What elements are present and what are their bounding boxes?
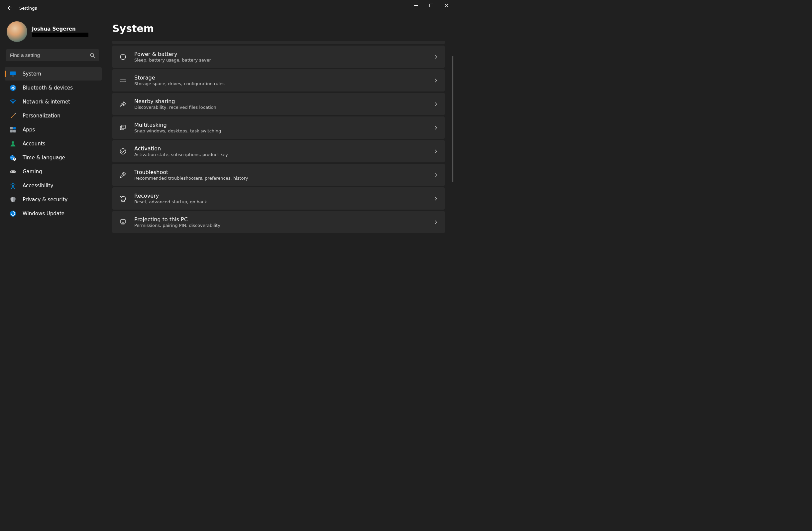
card-title: Storage bbox=[134, 74, 427, 81]
close-button[interactable] bbox=[439, 0, 454, 11]
card-subtitle: Recommended troubleshooters, preferences… bbox=[134, 176, 427, 181]
maximize-icon bbox=[430, 4, 433, 7]
svg-point-11 bbox=[12, 141, 14, 144]
svg-rect-0 bbox=[430, 4, 433, 7]
nav-label: Windows Update bbox=[23, 211, 64, 216]
nav-item-bluetooth-devices[interactable]: Bluetooth & devices bbox=[5, 81, 102, 95]
card-title: Projecting to this PC bbox=[134, 216, 427, 223]
nav-label: Apps bbox=[23, 127, 35, 133]
svg-rect-4 bbox=[12, 76, 14, 76]
card-subtitle: Storage space, drives, configuration rul… bbox=[134, 81, 427, 86]
scrollbar-thumb[interactable] bbox=[452, 56, 453, 182]
project-icon bbox=[118, 218, 128, 227]
page-title: System bbox=[112, 23, 447, 34]
chevron-right-icon bbox=[433, 102, 438, 107]
nav-item-privacy-security[interactable]: Privacy & security bbox=[5, 193, 102, 206]
accessibility-icon bbox=[9, 182, 17, 189]
card-subtitle: Discoverability, received files location bbox=[134, 105, 427, 110]
wrench-icon bbox=[118, 170, 128, 180]
monitor-icon bbox=[9, 70, 17, 78]
minimize-icon bbox=[414, 4, 418, 7]
check-circle-icon bbox=[118, 147, 128, 156]
nav-item-network-internet[interactable]: Network & internet bbox=[5, 95, 102, 109]
settings-card-power-battery[interactable]: Power & battery Sleep, battery usage, ba… bbox=[112, 45, 445, 68]
nav-label: Accounts bbox=[23, 141, 45, 147]
nav-list: System Bluetooth & devices Network & int… bbox=[5, 67, 102, 220]
back-arrow-icon bbox=[6, 5, 12, 11]
gamepad-icon bbox=[9, 168, 17, 175]
svg-rect-22 bbox=[120, 126, 124, 130]
chevron-right-icon bbox=[433, 196, 438, 201]
svg-rect-7 bbox=[10, 127, 13, 129]
globe-clock-icon bbox=[9, 154, 17, 162]
share-icon bbox=[118, 99, 128, 109]
svg-point-16 bbox=[14, 172, 15, 172]
multitask-icon bbox=[118, 123, 128, 132]
card-subtitle: Snap windows, desktops, task switching bbox=[134, 128, 427, 134]
sidebar: Joshua Segeren System Bluetooth & device… bbox=[0, 16, 103, 297]
titlebar: Settings bbox=[0, 0, 454, 16]
svg-point-15 bbox=[14, 171, 15, 172]
minimize-button[interactable] bbox=[408, 0, 423, 11]
chevron-right-icon bbox=[433, 55, 438, 59]
recovery-icon bbox=[118, 194, 128, 203]
main-content: System Power & battery Sleep, battery us… bbox=[103, 16, 454, 297]
profile-email-redacted bbox=[32, 32, 88, 37]
nav-item-system[interactable]: System bbox=[5, 67, 102, 81]
app-title: Settings bbox=[19, 6, 37, 11]
nav-label: Gaming bbox=[23, 169, 42, 175]
nav-label: System bbox=[23, 71, 41, 77]
power-icon bbox=[118, 52, 128, 61]
settings-card-recovery[interactable]: Recovery Reset, advanced startup, go bac… bbox=[112, 187, 445, 210]
card-subtitle: Reset, advanced startup, go back bbox=[134, 199, 427, 204]
svg-point-6 bbox=[13, 103, 14, 104]
nav-item-apps[interactable]: Apps bbox=[5, 123, 102, 136]
settings-card-activation[interactable]: Activation Activation state, subscriptio… bbox=[112, 140, 445, 162]
card-title: Troubleshoot bbox=[134, 169, 427, 175]
nav-item-accounts[interactable]: Accounts bbox=[5, 137, 102, 150]
avatar bbox=[6, 21, 27, 42]
card-partial-previous[interactable] bbox=[112, 41, 445, 44]
update-icon bbox=[9, 210, 17, 217]
wifi-icon bbox=[9, 98, 17, 106]
nav-label: Personalization bbox=[23, 113, 60, 119]
search-container bbox=[6, 49, 99, 61]
chevron-right-icon bbox=[433, 149, 438, 154]
nav-item-personalization[interactable]: Personalization bbox=[5, 109, 102, 123]
svg-point-24 bbox=[120, 149, 126, 154]
back-button[interactable] bbox=[3, 1, 16, 15]
settings-card-multitasking[interactable]: Multitasking Snap windows, desktops, tas… bbox=[112, 116, 445, 139]
profile-block[interactable]: Joshua Segeren bbox=[5, 19, 102, 48]
card-title: Multitasking bbox=[134, 122, 427, 128]
drive-icon bbox=[118, 76, 128, 85]
card-subtitle: Sleep, battery usage, battery saver bbox=[134, 58, 427, 62]
settings-card-nearby-sharing[interactable]: Nearby sharing Discoverability, received… bbox=[112, 93, 445, 115]
nav-label: Privacy & security bbox=[23, 197, 68, 202]
svg-rect-8 bbox=[13, 127, 16, 129]
nav-label: Network & internet bbox=[23, 99, 70, 105]
svg-rect-10 bbox=[13, 130, 16, 132]
apps-icon bbox=[9, 126, 17, 134]
shield-icon bbox=[9, 196, 17, 203]
card-subtitle: Permissions, pairing PIN, discoverabilit… bbox=[134, 223, 427, 228]
nav-item-windows-update[interactable]: Windows Update bbox=[5, 207, 102, 220]
search-input[interactable] bbox=[6, 49, 99, 61]
card-subtitle: Activation state, subscriptions, product… bbox=[134, 152, 427, 157]
maximize-button[interactable] bbox=[423, 0, 439, 11]
chevron-right-icon bbox=[433, 125, 438, 130]
settings-card-troubleshoot[interactable]: Troubleshoot Recommended troubleshooters… bbox=[112, 164, 445, 186]
svg-rect-2 bbox=[10, 71, 16, 75]
nav-item-gaming[interactable]: Gaming bbox=[5, 165, 102, 178]
nav-label: Bluetooth & devices bbox=[23, 85, 73, 91]
profile-name: Joshua Segeren bbox=[32, 26, 88, 32]
settings-card-projecting-to-this-pc[interactable]: Projecting to this PC Permissions, pairi… bbox=[112, 211, 445, 233]
chevron-right-icon bbox=[433, 78, 438, 83]
settings-card-storage[interactable]: Storage Storage space, drives, configura… bbox=[112, 69, 445, 92]
nav-item-accessibility[interactable]: Accessibility bbox=[5, 179, 102, 192]
nav-item-time-language[interactable]: Time & language bbox=[5, 151, 102, 164]
brush-icon bbox=[9, 112, 17, 120]
card-title: Power & battery bbox=[134, 51, 427, 57]
card-title: Recovery bbox=[134, 193, 427, 199]
nav-label: Accessibility bbox=[23, 183, 53, 188]
card-title: Nearby sharing bbox=[134, 98, 427, 104]
